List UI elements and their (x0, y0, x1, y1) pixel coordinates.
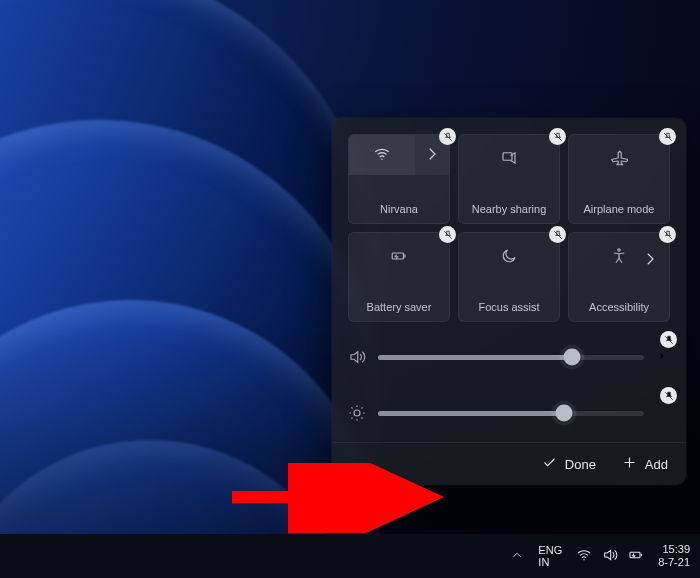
brightness-icon (348, 404, 366, 422)
clock-date: 8-7-21 (658, 556, 690, 569)
done-label: Done (565, 457, 596, 472)
svg-point-4 (354, 410, 360, 416)
volume-icon (602, 547, 618, 565)
chevron-right-icon (641, 250, 659, 270)
tile-label: Focus assist (478, 301, 539, 313)
chevron-right-icon (423, 145, 441, 165)
plus-icon (622, 455, 637, 473)
unpin-icon[interactable] (660, 331, 677, 348)
unpin-icon[interactable] (439, 226, 456, 243)
add-button[interactable]: Add (622, 455, 668, 473)
language-indicator[interactable]: ENG IN (538, 544, 562, 568)
tile-label: Nearby sharing (472, 203, 547, 215)
clock[interactable]: 15:39 8-7-21 (658, 543, 690, 569)
volume-slider[interactable] (348, 344, 670, 370)
unpin-icon[interactable] (660, 387, 677, 404)
brightness-track[interactable] (378, 411, 644, 416)
unpin-icon[interactable] (659, 226, 676, 243)
tile-nearby-sharing[interactable]: Nearby sharing (458, 134, 560, 224)
nearby-share-icon (500, 149, 518, 169)
volume-icon (348, 348, 366, 366)
lang-bottom: IN (538, 556, 562, 568)
tile-airplane-mode[interactable]: Airplane mode (568, 134, 670, 224)
add-label: Add (645, 457, 668, 472)
battery-icon (628, 547, 644, 565)
taskbar: ENG IN 15:39 8-7-21 (0, 534, 700, 578)
battery-icon (390, 247, 408, 267)
tile-wifi[interactable]: Nirvana (348, 134, 450, 224)
unpin-icon[interactable] (659, 128, 676, 145)
clock-time: 15:39 (658, 543, 690, 556)
moon-icon (500, 247, 518, 267)
done-button[interactable]: Done (542, 455, 596, 473)
brightness-slider[interactable] (348, 400, 670, 426)
wifi-toggle[interactable] (349, 135, 415, 175)
unpin-icon[interactable] (439, 128, 456, 145)
tile-battery-saver[interactable]: Battery saver (348, 232, 450, 322)
tile-label: Battery saver (367, 301, 432, 313)
lang-top: ENG (538, 544, 562, 556)
tray-overflow-chevron[interactable] (510, 548, 524, 564)
quick-settings-grid: Nirvana Nearby sharing Airplane mode Bat… (348, 134, 670, 322)
volume-track[interactable] (378, 355, 644, 360)
svg-rect-2 (392, 253, 403, 259)
airplane-icon (610, 149, 628, 169)
accessibility-icon (610, 247, 628, 267)
svg-rect-7 (630, 552, 640, 557)
tile-focus-assist[interactable]: Focus assist (458, 232, 560, 322)
tile-label: Airplane mode (584, 203, 655, 215)
brightness-thumb[interactable] (556, 405, 573, 422)
system-tray[interactable] (576, 547, 644, 565)
unpin-icon[interactable] (549, 226, 566, 243)
check-icon (542, 455, 557, 473)
svg-point-3 (618, 249, 620, 251)
chevron-right-icon[interactable] (656, 348, 670, 366)
wifi-icon (576, 547, 592, 565)
edit-footer: Done Add (332, 442, 686, 485)
svg-point-0 (381, 159, 383, 161)
tile-label: Nirvana (380, 203, 418, 215)
quick-settings-panel: Nirvana Nearby sharing Airplane mode Bat… (332, 118, 686, 485)
tile-accessibility[interactable]: Accessibility (568, 232, 670, 322)
tile-label: Accessibility (589, 301, 649, 313)
unpin-icon[interactable] (549, 128, 566, 145)
volume-thumb[interactable] (564, 349, 581, 366)
wifi-icon (373, 145, 391, 165)
svg-point-6 (584, 559, 585, 560)
svg-rect-1 (503, 153, 512, 161)
